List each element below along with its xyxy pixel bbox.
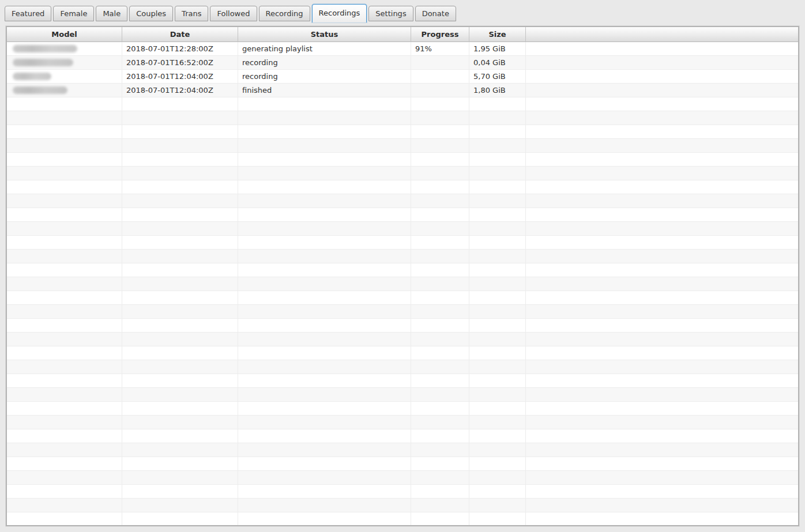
cell-progress bbox=[411, 319, 469, 333]
cell-size bbox=[469, 167, 526, 180]
column-header-date[interactable]: Date bbox=[122, 27, 238, 42]
tab-featured[interactable]: Featured bbox=[5, 6, 51, 21]
cell-size: 1,80 GiB bbox=[469, 84, 526, 97]
tab-recording[interactable]: Recording bbox=[259, 6, 310, 21]
cell-filler bbox=[526, 97, 798, 111]
empty-row bbox=[7, 208, 798, 222]
tab-label: Settings bbox=[375, 9, 406, 18]
empty-row bbox=[7, 153, 798, 167]
recording-row[interactable]: 2018-07-01T12:04:00Z finished 1,80 GiB bbox=[7, 84, 798, 97]
tab-donate[interactable]: Donate bbox=[415, 6, 456, 21]
recording-row[interactable]: 2018-07-01T16:52:00Z recording 0,04 GiB bbox=[7, 56, 798, 70]
cell-filler bbox=[526, 153, 798, 167]
cell-size bbox=[469, 457, 526, 471]
empty-row bbox=[7, 333, 798, 346]
recording-row[interactable]: 2018-07-01T12:28:00Z generating playlist… bbox=[7, 42, 798, 56]
column-header-model[interactable]: Model bbox=[7, 27, 122, 42]
cell-date bbox=[122, 125, 238, 139]
cell-filler bbox=[526, 360, 798, 374]
cell-date: 2018-07-01T12:04:00Z bbox=[122, 70, 238, 84]
column-header-size[interactable]: Size bbox=[469, 27, 526, 42]
cell-progress bbox=[411, 263, 469, 277]
cell-model bbox=[7, 374, 122, 388]
cell-status bbox=[238, 97, 411, 111]
cell-filler bbox=[526, 222, 798, 236]
cell-date: 2018-07-01T16:52:00Z bbox=[122, 56, 238, 70]
cell-date bbox=[122, 333, 238, 346]
cell-date bbox=[122, 346, 238, 360]
empty-row bbox=[7, 416, 798, 429]
cell-filler bbox=[526, 180, 798, 194]
empty-row bbox=[7, 111, 798, 125]
cell-progress bbox=[411, 443, 469, 457]
cell-date: 2018-07-01T12:28:00Z bbox=[122, 42, 238, 56]
cell-date bbox=[122, 319, 238, 333]
cell-filler bbox=[526, 125, 798, 139]
cell-size bbox=[469, 360, 526, 374]
cell-progress bbox=[411, 167, 469, 180]
cell-status bbox=[238, 416, 411, 429]
cell-filler bbox=[526, 139, 798, 153]
empty-row bbox=[7, 471, 798, 485]
empty-row bbox=[7, 222, 798, 236]
cell-size bbox=[469, 180, 526, 194]
cell-status bbox=[238, 180, 411, 194]
cell-status bbox=[238, 346, 411, 360]
cell-filler bbox=[526, 56, 798, 70]
cell-progress bbox=[411, 402, 469, 416]
cell-date bbox=[122, 402, 238, 416]
cell-model bbox=[7, 222, 122, 236]
cell-model bbox=[7, 125, 122, 139]
tab-settings[interactable]: Settings bbox=[368, 6, 413, 21]
cell-model bbox=[7, 388, 122, 402]
tab-followed[interactable]: Followed bbox=[210, 6, 257, 21]
cell-status bbox=[238, 360, 411, 374]
cell-status bbox=[238, 250, 411, 263]
empty-row bbox=[7, 305, 798, 319]
empty-row bbox=[7, 402, 798, 416]
cell-filler bbox=[526, 236, 798, 250]
column-header-progress[interactable]: Progress bbox=[411, 27, 469, 42]
model-name-redacted-blur bbox=[13, 73, 51, 80]
cell-date bbox=[122, 512, 238, 526]
cell-date bbox=[122, 291, 238, 305]
cell-date bbox=[122, 499, 238, 512]
empty-row bbox=[7, 167, 798, 180]
cell-size: 0,04 GiB bbox=[469, 56, 526, 70]
cell-size bbox=[469, 429, 526, 443]
cell-progress bbox=[411, 139, 469, 153]
tab-male[interactable]: Male bbox=[96, 6, 127, 21]
model-name-redacted-blur bbox=[13, 45, 77, 52]
tab-recordings[interactable]: Recordings bbox=[312, 4, 367, 22]
empty-row bbox=[7, 194, 798, 208]
empty-row bbox=[7, 429, 798, 443]
cell-size bbox=[469, 471, 526, 485]
cell-model bbox=[7, 194, 122, 208]
cell-model bbox=[7, 139, 122, 153]
cell-progress bbox=[411, 208, 469, 222]
cell-progress bbox=[411, 305, 469, 319]
tab-female[interactable]: Female bbox=[53, 6, 94, 21]
cell-progress bbox=[411, 97, 469, 111]
cell-model bbox=[7, 263, 122, 277]
recording-row[interactable]: 2018-07-01T12:04:00Z recording 5,70 GiB bbox=[7, 70, 798, 84]
tab-couples[interactable]: Couples bbox=[129, 6, 173, 21]
column-header-status[interactable]: Status bbox=[238, 27, 411, 42]
cell-filler bbox=[526, 346, 798, 360]
recordings-table: ModelDateStatusProgressSize 2018-07-01T1… bbox=[7, 27, 798, 526]
tab-trans[interactable]: Trans bbox=[175, 6, 208, 21]
cell-size bbox=[469, 485, 526, 499]
cell-size bbox=[469, 153, 526, 167]
tab-bar: FeaturedFemaleMaleCouplesTransFollowedRe… bbox=[5, 2, 458, 21]
recordings-table-frame: ModelDateStatusProgressSize 2018-07-01T1… bbox=[6, 26, 799, 526]
cell-size bbox=[469, 416, 526, 429]
cell-model bbox=[7, 319, 122, 333]
cell-model bbox=[7, 153, 122, 167]
cell-filler bbox=[526, 208, 798, 222]
cell-date bbox=[122, 236, 238, 250]
empty-row bbox=[7, 139, 798, 153]
model-name-redacted-blur bbox=[13, 59, 73, 66]
cell-size: 5,70 GiB bbox=[469, 70, 526, 84]
cell-status bbox=[238, 374, 411, 388]
cell-status bbox=[238, 443, 411, 457]
